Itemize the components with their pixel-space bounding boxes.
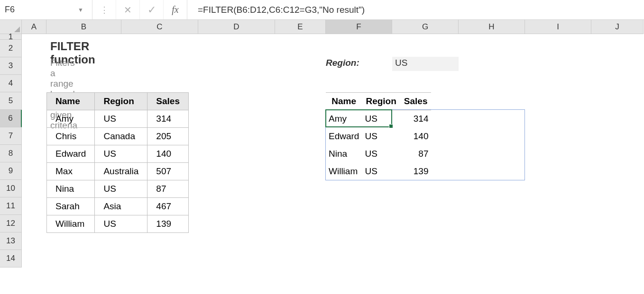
table-cell[interactable]: 139 (400, 163, 432, 180)
table-cell[interactable]: 507 (147, 163, 189, 180)
result-header-region[interactable]: Region (362, 93, 400, 110)
col-header-B[interactable]: B (46, 20, 121, 34)
table-row: MaxAustralia507 (47, 163, 189, 180)
region-input-cell[interactable]: US (392, 57, 459, 71)
source-data-table: Name Region Sales AmyUS314ChrisCanada205… (46, 92, 189, 233)
fx-button[interactable]: fx (164, 0, 187, 19)
table-cell[interactable]: 140 (147, 145, 189, 163)
table-row: NinaUS87 (326, 145, 431, 163)
table-cell[interactable]: US (95, 110, 147, 128)
col-header-J[interactable]: J (591, 20, 644, 34)
table-row: AmyUS314 (326, 110, 431, 128)
table-cell[interactable]: US (95, 145, 147, 163)
table-row: WilliamUS139 (326, 163, 431, 180)
table-row: AmyUS314 (47, 110, 189, 128)
col-header-G[interactable]: G (392, 20, 459, 34)
row-header-6[interactable]: 6 (0, 110, 22, 127)
table-cell[interactable]: Australia (95, 163, 147, 180)
row-header-12[interactable]: 12 (0, 215, 22, 232)
row-header-8[interactable]: 8 (0, 145, 22, 162)
table-cell[interactable]: 87 (147, 180, 189, 198)
col-header-F[interactable]: F (326, 20, 392, 34)
table-cell[interactable]: Sarah (47, 198, 95, 215)
table-row: SarahAsia467 (47, 198, 189, 215)
col-header-H[interactable]: H (459, 20, 525, 34)
table-cell[interactable]: 140 (400, 128, 432, 145)
table-cell[interactable]: 139 (147, 215, 189, 233)
table-cell[interactable]: US (95, 180, 147, 198)
row-header-7[interactable]: 7 (0, 127, 22, 145)
formula-bar: F6 ▼ ⋮ ✕ ✓ fx =FILTER(B6:D12,C6:C12=G3,"… (0, 0, 644, 20)
table-cell[interactable]: US (362, 145, 400, 163)
col-header-I[interactable]: I (525, 20, 591, 34)
col-header-E[interactable]: E (275, 20, 326, 34)
header-sales[interactable]: Sales (147, 93, 189, 110)
table-cell[interactable]: 314 (400, 110, 432, 128)
row-header-5[interactable]: 5 (0, 92, 22, 110)
row-header-3[interactable]: 3 (0, 57, 22, 75)
column-headers: A B C D E F G H I J (22, 20, 644, 34)
row-header-1[interactable]: 1 (0, 34, 22, 40)
table-cell[interactable]: William (47, 215, 95, 233)
table-cell[interactable]: 314 (147, 110, 189, 128)
header-row: A B C D E F G H I J (0, 20, 644, 34)
name-box-value: F6 (5, 5, 15, 15)
table-cell[interactable]: US (362, 128, 400, 145)
table-header-row: Name Region Sales (326, 93, 431, 110)
table-cell[interactable]: 205 (147, 128, 189, 145)
table-cell[interactable]: Asia (95, 198, 147, 215)
table-row: EdwardUS140 (47, 145, 189, 163)
region-label: Region: (326, 58, 359, 68)
grid-body: 1 2 3 4 5 6 7 8 9 10 11 12 13 14 FILTER … (0, 34, 22, 267)
table-cell[interactable]: 87 (400, 145, 432, 163)
table-row: ChrisCanada205 (47, 128, 189, 145)
table-cell[interactable]: Canada (95, 128, 147, 145)
table-cell[interactable]: Edward (47, 145, 95, 163)
vertical-dots-icon: ⋮ (92, 0, 116, 19)
header-region[interactable]: Region (95, 93, 147, 110)
table-row: WilliamUS139 (47, 215, 189, 233)
table-row: NinaUS87 (47, 180, 189, 198)
formula-input[interactable]: =FILTER(B6:D12,C6:C12=G3,"No result") (187, 0, 644, 19)
table-cell[interactable]: Edward (326, 128, 362, 145)
col-header-A[interactable]: A (22, 20, 46, 34)
table-cell[interactable]: Max (47, 163, 95, 180)
result-header-name[interactable]: Name (326, 93, 362, 110)
col-header-D[interactable]: D (198, 20, 275, 34)
header-name[interactable]: Name (47, 93, 95, 110)
table-cell[interactable]: Nina (47, 180, 95, 198)
table-cell[interactable]: 467 (147, 198, 189, 215)
table-cell[interactable]: US (95, 215, 147, 233)
row-header-2[interactable]: 2 (0, 40, 22, 57)
row-header-13[interactable]: 13 (0, 232, 22, 250)
table-cell[interactable]: Amy (326, 110, 362, 128)
result-header-sales[interactable]: Sales (400, 93, 432, 110)
table-cell[interactable]: Chris (47, 128, 95, 145)
cancel-icon[interactable]: ✕ (116, 0, 140, 19)
name-box[interactable]: F6 ▼ (0, 0, 92, 19)
name-box-dropdown-icon[interactable]: ▼ (78, 7, 83, 13)
table-row: EdwardUS140 (326, 128, 431, 145)
table-cell[interactable]: William (326, 163, 362, 180)
table-cell[interactable]: US (362, 110, 400, 128)
table-cell[interactable]: Amy (47, 110, 95, 128)
col-header-C[interactable]: C (121, 20, 198, 34)
row-header-4[interactable]: 4 (0, 75, 22, 92)
row-header-9[interactable]: 9 (0, 162, 22, 180)
row-header-10[interactable]: 10 (0, 180, 22, 197)
row-headers: 1 2 3 4 5 6 7 8 9 10 11 12 13 14 (0, 34, 22, 267)
table-cell[interactable]: US (362, 163, 400, 180)
result-data-table: Name Region Sales AmyUS314EdwardUS140Nin… (326, 92, 431, 180)
row-header-14[interactable]: 14 (0, 250, 22, 267)
row-header-11[interactable]: 11 (0, 197, 22, 215)
formula-buttons: ⋮ ✕ ✓ (92, 0, 164, 19)
enter-icon[interactable]: ✓ (140, 0, 164, 19)
table-cell[interactable]: Nina (326, 145, 362, 163)
table-header-row: Name Region Sales (47, 93, 189, 110)
